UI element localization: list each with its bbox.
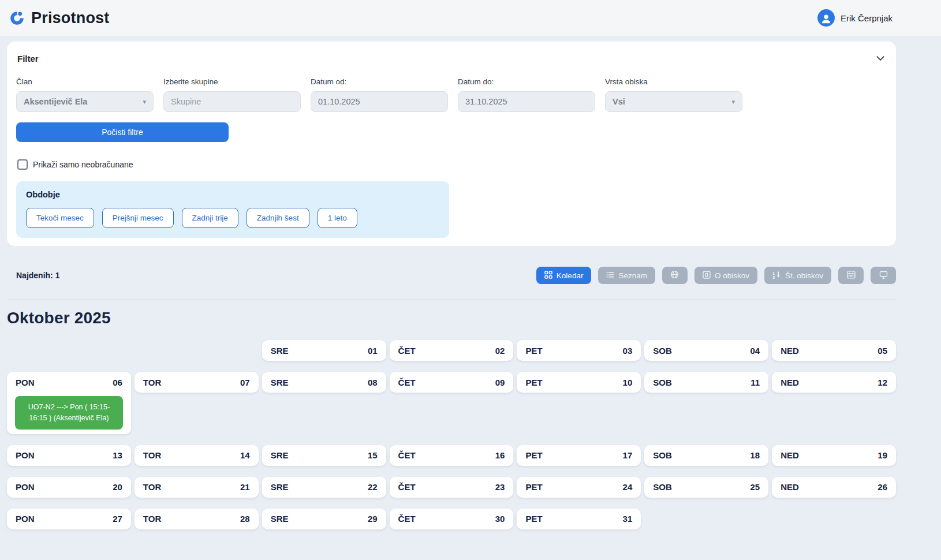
date-to-input[interactable] [458, 91, 595, 112]
day-cell[interactable]: ČET09 [390, 372, 514, 393]
percent-visits-button[interactable]: O obiskov [694, 267, 757, 284]
day-cell[interactable]: NED19 [772, 445, 896, 466]
user-menu[interactable]: Erik Čerpnjak [817, 9, 893, 27]
day-cell[interactable]: NED26 [772, 477, 896, 498]
day-name: ČET [398, 482, 416, 492]
day-number: 23 [495, 482, 505, 492]
day-cell[interactable]: PET03 [517, 340, 641, 361]
day-cell[interactable]: PON06UO7-N2 ---> Pon ( 15:15-16:15 ) (Ak… [7, 372, 131, 434]
day-cell[interactable]: NED05 [772, 340, 896, 361]
day-cell[interactable]: SOB18 [644, 445, 768, 466]
day-header[interactable]: PET24 [517, 477, 641, 498]
day-header[interactable]: SOB11 [644, 372, 768, 393]
day-cell[interactable]: PET17 [517, 445, 641, 466]
day-header[interactable]: PET10 [517, 372, 641, 393]
day-header[interactable]: SRE22 [262, 477, 386, 498]
day-cell[interactable]: SRE01 [262, 340, 386, 361]
day-cell[interactable]: TOR14 [135, 445, 259, 466]
day-cell[interactable]: SRE08 [262, 372, 386, 393]
period-last-three-button[interactable]: Zadnji trije [182, 208, 238, 228]
day-cell[interactable]: SRE29 [262, 509, 386, 529]
day-header[interactable]: SRE15 [262, 445, 386, 466]
day-header[interactable]: TOR07 [135, 372, 259, 393]
page-title: Prisotnost [31, 9, 110, 27]
period-current-month-button[interactable]: Tekoči mesec [26, 208, 94, 228]
groups-label: Izberite skupine [163, 77, 301, 86]
globe-button[interactable] [662, 267, 688, 284]
day-header[interactable]: ČET16 [390, 445, 514, 466]
day-header[interactable]: SRE01 [262, 340, 386, 361]
unbilled-checkbox[interactable] [17, 159, 28, 170]
event-chip[interactable]: UO7-N2 ---> Pon ( 15:15-16:15 ) (Aksenti… [15, 396, 123, 430]
day-cell[interactable]: PON13 [7, 445, 131, 466]
day-header[interactable]: NED05 [772, 340, 896, 361]
day-cell[interactable]: SOB25 [644, 477, 768, 498]
list-view-button[interactable]: Seznam [598, 267, 655, 284]
groups-input[interactable] [163, 91, 301, 112]
day-number: 02 [495, 346, 505, 356]
day-cell[interactable]: ČET02 [390, 340, 514, 361]
day-name: ČET [398, 378, 416, 387]
chevron-down-icon[interactable] [875, 53, 886, 64]
day-header[interactable]: PON13 [7, 445, 131, 466]
user-name: Erik Čerpnjak [841, 13, 893, 23]
monitor-icon [879, 271, 888, 281]
day-header[interactable]: ČET30 [390, 509, 514, 529]
day-header[interactable]: ČET09 [390, 372, 514, 393]
day-header[interactable]: PET03 [517, 340, 641, 361]
member-select[interactable]: Aksentijevič Ela ▾ [16, 91, 154, 112]
day-header[interactable]: NED26 [772, 477, 896, 498]
day-cell[interactable]: ČET30 [390, 509, 514, 529]
visit-type-select[interactable]: Vsi ▾ [605, 91, 742, 112]
day-header[interactable]: TOR21 [135, 477, 259, 498]
day-header[interactable]: SRE29 [262, 509, 386, 529]
day-number: 26 [877, 482, 887, 492]
day-cell[interactable]: PET24 [517, 477, 641, 498]
period-previous-month-button[interactable]: Prejšnji mesec [102, 208, 174, 228]
day-cell[interactable]: SRE15 [262, 445, 386, 466]
day-cell[interactable]: NED12 [772, 372, 896, 393]
day-number: 10 [623, 378, 633, 387]
day-header[interactable]: ČET02 [390, 340, 514, 361]
day-name: ČET [398, 450, 416, 460]
day-number: 30 [495, 514, 505, 524]
day-header[interactable]: TOR14 [135, 445, 259, 466]
day-header[interactable]: PON20 [7, 477, 131, 498]
day-header[interactable]: SOB18 [644, 445, 768, 466]
period-one-year-button[interactable]: 1 leto [318, 208, 357, 228]
day-header[interactable]: SOB04 [644, 340, 768, 361]
day-cell[interactable]: PON20 [7, 477, 131, 498]
app-header: Prisotnost Erik Čerpnjak [0, 0, 941, 36]
day-cell[interactable]: PON27 [7, 509, 131, 529]
day-number: 24 [623, 482, 633, 492]
day-name: PET [525, 378, 542, 387]
day-header[interactable]: TOR28 [135, 509, 259, 529]
calendar-view-button[interactable]: Koledar [536, 267, 592, 284]
day-number: 14 [240, 450, 250, 460]
day-header[interactable]: PON27 [7, 509, 131, 529]
date-from-input[interactable] [311, 91, 448, 112]
day-header[interactable]: PON06 [7, 372, 131, 393]
day-cell[interactable]: PET10 [517, 372, 641, 393]
day-cell[interactable]: SOB04 [644, 340, 768, 361]
day-header[interactable]: SOB25 [644, 477, 768, 498]
day-header[interactable]: PET17 [517, 445, 641, 466]
day-cell[interactable]: TOR21 [135, 477, 259, 498]
monitor-button[interactable] [871, 267, 896, 284]
clear-filters-button[interactable]: Počisti filtre [16, 122, 229, 142]
day-header[interactable]: SRE08 [262, 372, 386, 393]
day-cell[interactable]: TOR07 [135, 372, 259, 393]
count-visits-button[interactable]: 13 Št. obiskov [764, 267, 831, 284]
day-header[interactable]: NED12 [772, 372, 896, 393]
day-cell[interactable]: SOB11 [644, 372, 768, 393]
day-header[interactable]: ČET23 [390, 477, 514, 498]
day-cell[interactable]: PET31 [517, 509, 641, 529]
day-header[interactable]: PET31 [517, 509, 641, 529]
period-last-six-button[interactable]: Zadnjih šest [247, 208, 309, 228]
day-cell[interactable]: ČET16 [390, 445, 514, 466]
day-cell[interactable]: SRE22 [262, 477, 386, 498]
day-cell[interactable]: TOR28 [135, 509, 259, 529]
abacus-button[interactable] [838, 267, 864, 284]
day-header[interactable]: NED19 [772, 445, 896, 466]
day-cell[interactable]: ČET23 [390, 477, 514, 498]
